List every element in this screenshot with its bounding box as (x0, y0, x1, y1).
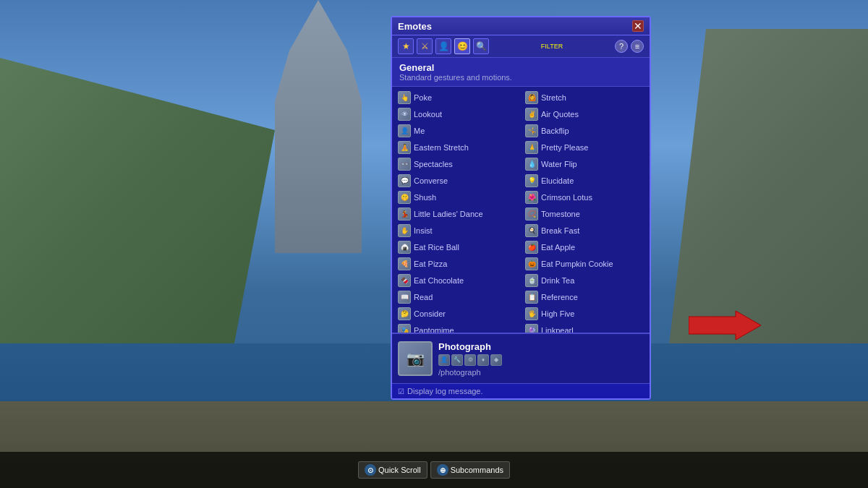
emote-label-linkpearl: Linkpearl (541, 326, 574, 333)
emote-consider[interactable]: 🤔 Consider (395, 306, 519, 322)
close-button[interactable]: ✕ (632, 20, 644, 32)
checkbox-area[interactable]: ☑ Display log message. (398, 387, 483, 395)
emote-icon-high-five: 🖐 (525, 307, 538, 320)
emote-label-read: Read (414, 293, 433, 301)
tab-favorites[interactable]: ★ (398, 38, 414, 54)
emote-column-left: 👆 Poke 👁 Lookout 👤 Me 🧘 Eastern Stretch … (395, 90, 519, 330)
emote-eat-pizza[interactable]: 🍕 Eat Pizza (395, 256, 519, 272)
emote-eat-chocolate[interactable]: 🍫 Eat Chocolate (395, 273, 519, 288)
emote-icon-eat-pizza: 🍕 (398, 257, 411, 270)
category-header: General Standard gestures and motions. (392, 58, 650, 87)
svg-marker-0 (689, 311, 761, 340)
subcommands-button[interactable]: ⊕ Subcommands (430, 461, 510, 479)
emote-icon-backflip: 🤸 (525, 124, 538, 137)
emote-drink-tea[interactable]: 🍵 Drink Tea (522, 273, 647, 288)
emote-poke[interactable]: 👆 Poke (395, 90, 519, 106)
category-title: General (399, 62, 642, 73)
emote-icon-crimson-lotus: 🌺 (525, 191, 538, 204)
quick-scroll-button[interactable]: ⊙ Quick Scroll (358, 461, 427, 479)
help-button[interactable]: ? (615, 40, 628, 53)
hotbar: ⊙ Quick Scroll ⊕ Subcommands (0, 452, 868, 488)
emote-icon-eastern-stretch: 🧘 (398, 141, 411, 154)
emote-eastern-stretch[interactable]: 🧘 Eastern Stretch (395, 140, 519, 155)
emote-label-eat-apple: Eat Apple (541, 243, 575, 252)
emote-shush[interactable]: 🤫 Shush (395, 189, 519, 205)
emote-label-me: Me (414, 127, 425, 135)
emote-water-flip[interactable]: 💧 Water Flip (522, 156, 647, 172)
subcommands-key: ⊕ (437, 464, 448, 476)
emote-insist[interactable]: ✋ Insist (395, 223, 519, 239)
preview-section: 📷 Photograph 👤 🔧 ⚙ ♦ ◆ /photograph (392, 333, 650, 383)
emote-icon-reference: 📋 (525, 291, 538, 304)
emote-label-eat-rice-ball: Eat Rice Ball (414, 243, 459, 252)
emote-label-air-quotes: Air Quotes (541, 110, 579, 119)
emote-icon-lookout: 👁 (398, 108, 411, 121)
preview-command: /photograph (438, 368, 644, 377)
emote-icon-water-flip: 💧 (525, 158, 538, 171)
emote-me[interactable]: 👤 Me (395, 123, 519, 139)
emote-icon-pantomime: 🎭 (398, 324, 411, 333)
emote-label-tomestone: Tomestone (541, 210, 580, 218)
preview-info: Photograph 👤 🔧 ⚙ ♦ ◆ /photograph (438, 341, 644, 377)
menu-button[interactable]: ≡ (631, 40, 644, 53)
emote-linkpearl[interactable]: 🔮 Linkpearl (522, 322, 647, 333)
emote-icon-pretty-please: 🙏 (525, 141, 538, 154)
emote-little-ladies-dance[interactable]: 💃 Little Ladies' Dance (395, 206, 519, 222)
emote-air-quotes[interactable]: ✌ Air Quotes (522, 106, 647, 122)
checkbox-icon: ☑ (398, 388, 404, 395)
emote-pantomime[interactable]: 🎭 Pantomime (395, 322, 519, 333)
emote-icon-shush: 🤫 (398, 191, 411, 204)
preview-emote-name: Photograph (438, 341, 644, 352)
emote-label-eastern-stretch: Eastern Stretch (414, 143, 469, 152)
emote-stretch[interactable]: 🙆 Stretch (522, 90, 647, 106)
subcommands-label: Subcommands (451, 466, 503, 474)
emote-icon-stretch: 🙆 (525, 91, 538, 104)
emote-column-right: 🙆 Stretch ✌ Air Quotes 🤸 Backflip 🙏 Pret… (522, 90, 647, 330)
emote-icon-converse: 💬 (398, 174, 411, 187)
emote-crimson-lotus[interactable]: 🌺 Crimson Lotus (522, 189, 647, 205)
emote-pretty-please[interactable]: 🙏 Pretty Please (522, 140, 647, 155)
dialog-tabs: ★ ⚔ 👤 😊 🔍 FILTER ? ≡ (392, 35, 650, 58)
tab-general[interactable]: 😊 (454, 38, 470, 54)
tabs-left: ★ ⚔ 👤 😊 🔍 (398, 38, 489, 54)
emote-backflip[interactable]: 🤸 Backflip (522, 123, 647, 139)
emote-label-high-five: High Five (541, 309, 574, 318)
emote-high-five[interactable]: 🖐 High Five (522, 306, 647, 322)
emote-label-elucidate: Elucidate (541, 176, 574, 185)
emote-read[interactable]: 📖 Read (395, 289, 519, 305)
emote-label-pantomime: Pantomime (414, 326, 454, 333)
emote-label-stretch: Stretch (541, 93, 566, 102)
emote-eat-rice-ball[interactable]: 🍙 Eat Rice Ball (395, 239, 519, 255)
emote-tomestone[interactable]: 📿 Tomestone (522, 206, 647, 222)
emote-label-consider: Consider (414, 309, 446, 318)
emote-elucidate[interactable]: 💡 Elucidate (522, 173, 647, 189)
emote-label-reference: Reference (541, 293, 578, 301)
emote-label-crimson-lotus: Crimson Lotus (541, 193, 592, 202)
quick-scroll-key: ⊙ (365, 464, 376, 476)
emote-break-fast[interactable]: 🍳 Break Fast (522, 223, 647, 239)
bottom-bar: ☑ Display log message. (392, 383, 650, 398)
emote-converse[interactable]: 💬 Converse (395, 173, 519, 189)
preview-emote-icon: 📷 (398, 341, 433, 376)
emote-icon-linkpearl: 🔮 (525, 324, 538, 333)
display-log-label: Display log message. (407, 387, 483, 395)
emote-label-poke: Poke (414, 93, 432, 102)
preview-sub-icon-1: 👤 (438, 354, 450, 366)
emote-spectacles[interactable]: 👓 Spectacles (395, 156, 519, 172)
tab-battle[interactable]: ⚔ (417, 38, 433, 54)
emote-eat-apple[interactable]: 🍎 Eat Apple (522, 239, 647, 255)
emote-label-water-flip: Water Flip (541, 160, 577, 168)
emote-label-shush: Shush (414, 193, 436, 202)
dialog-titlebar: Emotes ✕ (392, 17, 650, 35)
tab-emotes-person[interactable]: 👤 (435, 38, 451, 54)
emote-eat-pumpkin-cookie[interactable]: 🎃 Eat Pumpkin Cookie (522, 256, 647, 272)
emote-icon-read: 📖 (398, 291, 411, 304)
category-description: Standard gestures and motions. (399, 73, 642, 82)
emote-label-eat-pumpkin-cookie: Eat Pumpkin Cookie (541, 260, 613, 268)
tab-search[interactable]: 🔍 (473, 38, 489, 54)
emote-lookout[interactable]: 👁 Lookout (395, 106, 519, 122)
emote-icon-eat-chocolate: 🍫 (398, 274, 411, 287)
emote-icon-eat-apple: 🍎 (525, 241, 538, 254)
emote-label-spectacles: Spectacles (414, 160, 453, 168)
emote-reference[interactable]: 📋 Reference (522, 289, 647, 305)
